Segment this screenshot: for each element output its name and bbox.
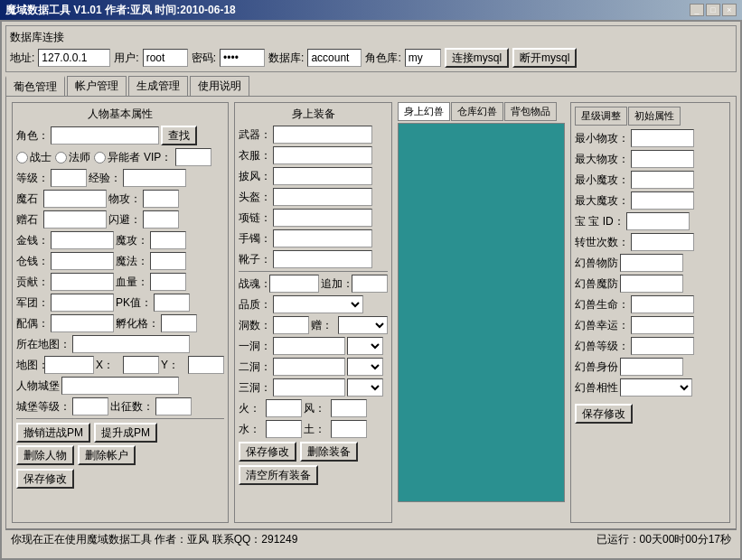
flash-atk-input[interactable] bbox=[143, 210, 179, 229]
tab-usage-desc[interactable]: 使用说明 bbox=[190, 76, 249, 96]
db-connect-label: 数据库连接 bbox=[10, 30, 732, 45]
right-save-button[interactable]: 保存修改 bbox=[575, 404, 633, 424]
close-button[interactable]: × bbox=[722, 4, 737, 16]
pet-id-input[interactable] bbox=[626, 212, 690, 230]
moshi-label: 魔石 bbox=[16, 191, 42, 207]
tab-account-manage[interactable]: 帐户管理 bbox=[67, 76, 127, 96]
min-phys-atk-input[interactable] bbox=[631, 129, 694, 147]
x-input[interactable] bbox=[123, 356, 159, 374]
hp-input[interactable] bbox=[150, 273, 186, 291]
max-phys-atk-input[interactable] bbox=[631, 150, 694, 168]
mage-radio[interactable]: 法师 bbox=[55, 150, 90, 165]
title-bar: 魔域数据工具 V1.01 作者:亚风 时间:2010-06-18 _ □ × bbox=[0, 0, 742, 20]
y-input[interactable] bbox=[188, 356, 224, 374]
delete-acc-button[interactable]: 删除帐户 bbox=[78, 445, 136, 465]
hole1-select[interactable] bbox=[347, 337, 383, 355]
cloth-input[interactable] bbox=[273, 146, 372, 164]
warrior-radio[interactable]: 战士 bbox=[16, 150, 52, 165]
role-input[interactable] bbox=[405, 49, 441, 67]
zengshi-input[interactable] bbox=[43, 210, 107, 229]
mag-atk-input[interactable] bbox=[150, 231, 186, 249]
gongxian-input[interactable] bbox=[51, 273, 114, 291]
cancel-fight-button[interactable]: 撤销进战PM bbox=[16, 423, 90, 443]
pwd-input[interactable] bbox=[220, 49, 265, 67]
clear-all-equip-button[interactable]: 清空所有装备 bbox=[239, 465, 318, 485]
minimize-button[interactable]: _ bbox=[690, 4, 704, 16]
disconnect-mysql-button[interactable]: 断开mysql bbox=[512, 48, 577, 68]
right-tab-initial[interactable]: 初始属性 bbox=[628, 107, 681, 126]
role-row: 角色： 查找 bbox=[16, 126, 224, 145]
map-input[interactable] bbox=[72, 335, 190, 353]
pet-mag-def-input[interactable] bbox=[620, 275, 683, 293]
delete-equip-button[interactable]: 删除装备 bbox=[300, 442, 358, 462]
bracelet-input[interactable] bbox=[273, 229, 372, 247]
max-phys-atk-label: 最大物攻： bbox=[575, 152, 629, 167]
pet-luck-input[interactable] bbox=[631, 316, 694, 334]
middle-save-button[interactable]: 保存修改 bbox=[239, 442, 296, 462]
tab-grape-manage[interactable]: 葡色管理 bbox=[5, 76, 65, 96]
exp-input[interactable] bbox=[123, 169, 186, 187]
pet-affinity-select[interactable] bbox=[620, 378, 692, 397]
quality-select[interactable] bbox=[273, 295, 363, 313]
peiou-input[interactable] bbox=[51, 314, 114, 332]
shoes-input[interactable] bbox=[273, 250, 372, 268]
upgrade-pm-button[interactable]: 提升成PM bbox=[94, 423, 157, 443]
right-tab-star[interactable]: 星级调整 bbox=[575, 107, 627, 126]
hole2-select[interactable] bbox=[347, 358, 383, 376]
mapcode-input[interactable] bbox=[44, 356, 94, 374]
water-input[interactable] bbox=[266, 420, 302, 438]
tab-generate-manage[interactable]: 生成管理 bbox=[128, 76, 188, 96]
pet-tab-warehouse[interactable]: 仓库幻兽 bbox=[451, 102, 503, 121]
left-save-button[interactable]: 保存修改 bbox=[16, 469, 74, 489]
gold-input[interactable] bbox=[51, 231, 114, 249]
pet-tab-bag[interactable]: 背包物品 bbox=[504, 102, 557, 121]
user-input[interactable] bbox=[143, 49, 188, 67]
wind-input[interactable] bbox=[331, 399, 367, 417]
min-mag-atk-input[interactable] bbox=[631, 171, 694, 189]
rebirth-input[interactable] bbox=[631, 233, 694, 251]
pet-tab-on-body[interactable]: 身上幻兽 bbox=[398, 102, 450, 121]
db-input[interactable] bbox=[307, 49, 362, 67]
level-input[interactable] bbox=[51, 169, 87, 187]
vip-input[interactable] bbox=[175, 148, 211, 166]
mag-input[interactable] bbox=[150, 252, 186, 270]
castlelevel-row: 城堡等级： 出征数： bbox=[16, 397, 224, 415]
hole3-select[interactable] bbox=[347, 378, 383, 397]
juntuan-input[interactable] bbox=[51, 294, 114, 312]
addr-input[interactable] bbox=[38, 49, 110, 67]
holes-input[interactable] bbox=[273, 316, 309, 334]
earth-input[interactable] bbox=[331, 420, 367, 438]
castle-input[interactable] bbox=[61, 377, 179, 395]
max-mag-atk-input[interactable] bbox=[631, 191, 694, 210]
pet-level-input[interactable] bbox=[631, 337, 694, 355]
cloak-input[interactable] bbox=[273, 167, 372, 185]
quality-row: 品质： bbox=[239, 295, 388, 313]
odd-radio[interactable]: 异能者 bbox=[94, 150, 140, 165]
castlelevel-input[interactable] bbox=[72, 397, 108, 415]
hole2-input[interactable] bbox=[273, 358, 345, 376]
phys-atk-input[interactable] bbox=[143, 190, 179, 208]
gift-select[interactable] bbox=[338, 316, 388, 334]
moshi-input[interactable] bbox=[43, 190, 107, 208]
search-button[interactable]: 查找 bbox=[161, 126, 197, 145]
juntuan-label: 军团： bbox=[16, 295, 49, 311]
cang-input[interactable] bbox=[51, 252, 114, 270]
pet-phys-def-input[interactable] bbox=[620, 254, 683, 272]
pk-input[interactable] bbox=[154, 294, 190, 312]
role-input[interactable] bbox=[51, 126, 159, 145]
necklace-input[interactable] bbox=[273, 209, 372, 227]
connect-mysql-button[interactable]: 连接mysql bbox=[445, 48, 509, 68]
fire-input[interactable] bbox=[266, 399, 302, 417]
pet-body-input[interactable] bbox=[620, 358, 683, 376]
battlesoul-input[interactable] bbox=[269, 275, 319, 293]
add-input[interactable] bbox=[352, 275, 388, 293]
hole3-input[interactable] bbox=[273, 378, 345, 397]
expcount-input[interactable] bbox=[155, 397, 192, 415]
hole1-input[interactable] bbox=[273, 337, 345, 355]
maximize-button[interactable]: □ bbox=[706, 4, 720, 16]
weapon-input[interactable] bbox=[273, 126, 372, 144]
pet-hp-input[interactable] bbox=[631, 295, 694, 313]
hatch-input[interactable] bbox=[161, 314, 197, 332]
delete-char-button[interactable]: 删除人物 bbox=[16, 445, 74, 465]
helmet-input[interactable] bbox=[273, 188, 372, 206]
